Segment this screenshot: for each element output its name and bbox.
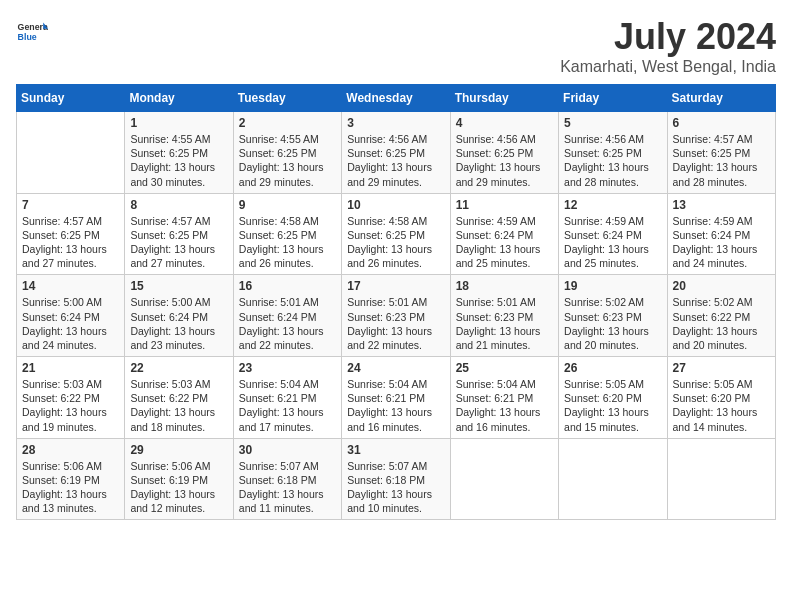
calendar-cell: 17Sunrise: 5:01 AMSunset: 6:23 PMDayligh… xyxy=(342,275,450,357)
cell-info: Daylight: 13 hours xyxy=(347,405,444,419)
day-number: 30 xyxy=(239,443,336,457)
cell-info: Daylight: 13 hours xyxy=(347,324,444,338)
cell-info: Sunset: 6:24 PM xyxy=(22,310,119,324)
day-number: 13 xyxy=(673,198,770,212)
cell-info: Sunset: 6:25 PM xyxy=(673,146,770,160)
cell-info: Sunrise: 5:05 AM xyxy=(564,377,661,391)
cell-info: Sunset: 6:19 PM xyxy=(22,473,119,487)
cell-info: and 25 minutes. xyxy=(456,256,553,270)
calendar-cell: 16Sunrise: 5:01 AMSunset: 6:24 PMDayligh… xyxy=(233,275,341,357)
cell-info: Sunrise: 4:55 AM xyxy=(239,132,336,146)
cell-info: Sunrise: 4:57 AM xyxy=(130,214,227,228)
day-number: 25 xyxy=(456,361,553,375)
calendar-cell: 28Sunrise: 5:06 AMSunset: 6:19 PMDayligh… xyxy=(17,438,125,520)
day-number: 31 xyxy=(347,443,444,457)
day-number: 1 xyxy=(130,116,227,130)
calendar-cell: 24Sunrise: 5:04 AMSunset: 6:21 PMDayligh… xyxy=(342,357,450,439)
cell-info: and 26 minutes. xyxy=(239,256,336,270)
calendar-cell: 25Sunrise: 5:04 AMSunset: 6:21 PMDayligh… xyxy=(450,357,558,439)
cell-info: Sunset: 6:25 PM xyxy=(239,146,336,160)
calendar-cell: 11Sunrise: 4:59 AMSunset: 6:24 PMDayligh… xyxy=(450,193,558,275)
cell-info: Sunset: 6:22 PM xyxy=(673,310,770,324)
cell-info: Sunset: 6:25 PM xyxy=(456,146,553,160)
cell-info: Sunset: 6:18 PM xyxy=(347,473,444,487)
calendar-cell: 5Sunrise: 4:56 AMSunset: 6:25 PMDaylight… xyxy=(559,112,667,194)
cell-info: Daylight: 13 hours xyxy=(673,160,770,174)
cell-info: and 24 minutes. xyxy=(673,256,770,270)
cell-info: Sunset: 6:23 PM xyxy=(456,310,553,324)
cell-info: Sunrise: 5:06 AM xyxy=(130,459,227,473)
cell-info: and 23 minutes. xyxy=(130,338,227,352)
cell-info: Sunset: 6:23 PM xyxy=(564,310,661,324)
calendar-cell: 30Sunrise: 5:07 AMSunset: 6:18 PMDayligh… xyxy=(233,438,341,520)
svg-text:Blue: Blue xyxy=(18,32,37,42)
cell-info: Daylight: 13 hours xyxy=(22,487,119,501)
cell-info: and 30 minutes. xyxy=(130,175,227,189)
cell-info: Sunset: 6:19 PM xyxy=(130,473,227,487)
cell-info: Daylight: 13 hours xyxy=(22,405,119,419)
logo: General Blue xyxy=(16,16,48,48)
calendar-cell: 15Sunrise: 5:00 AMSunset: 6:24 PMDayligh… xyxy=(125,275,233,357)
cell-info: Sunrise: 5:01 AM xyxy=(347,295,444,309)
cell-info: Daylight: 13 hours xyxy=(130,160,227,174)
calendar-cell: 20Sunrise: 5:02 AMSunset: 6:22 PMDayligh… xyxy=(667,275,775,357)
calendar-cell: 12Sunrise: 4:59 AMSunset: 6:24 PMDayligh… xyxy=(559,193,667,275)
location-title: Kamarhati, West Bengal, India xyxy=(560,58,776,76)
cell-info: Sunrise: 5:03 AM xyxy=(22,377,119,391)
cell-info: Daylight: 13 hours xyxy=(347,487,444,501)
cell-info: Daylight: 13 hours xyxy=(564,405,661,419)
cell-info: Daylight: 13 hours xyxy=(673,324,770,338)
cell-info: Daylight: 13 hours xyxy=(130,405,227,419)
cell-info: Daylight: 13 hours xyxy=(239,324,336,338)
cell-info: Sunrise: 4:56 AM xyxy=(564,132,661,146)
calendar-cell: 13Sunrise: 4:59 AMSunset: 6:24 PMDayligh… xyxy=(667,193,775,275)
cell-info: Sunset: 6:21 PM xyxy=(456,391,553,405)
cell-info: Sunset: 6:25 PM xyxy=(564,146,661,160)
cell-info: and 21 minutes. xyxy=(456,338,553,352)
day-number: 21 xyxy=(22,361,119,375)
cell-info: Sunset: 6:18 PM xyxy=(239,473,336,487)
day-number: 2 xyxy=(239,116,336,130)
day-number: 14 xyxy=(22,279,119,293)
day-number: 3 xyxy=(347,116,444,130)
cell-info: and 22 minutes. xyxy=(239,338,336,352)
cell-info: Daylight: 13 hours xyxy=(130,487,227,501)
calendar-cell: 2Sunrise: 4:55 AMSunset: 6:25 PMDaylight… xyxy=(233,112,341,194)
cell-info: Daylight: 13 hours xyxy=(456,242,553,256)
day-header-monday: Monday xyxy=(125,85,233,112)
cell-info: and 15 minutes. xyxy=(564,420,661,434)
calendar-cell: 23Sunrise: 5:04 AMSunset: 6:21 PMDayligh… xyxy=(233,357,341,439)
title-area: July 2024 Kamarhati, West Bengal, India xyxy=(560,16,776,76)
cell-info: Sunset: 6:20 PM xyxy=(673,391,770,405)
cell-info: Sunrise: 5:06 AM xyxy=(22,459,119,473)
cell-info: and 18 minutes. xyxy=(130,420,227,434)
cell-info: Daylight: 13 hours xyxy=(456,324,553,338)
cell-info: Sunrise: 5:04 AM xyxy=(347,377,444,391)
day-number: 4 xyxy=(456,116,553,130)
cell-info: and 16 minutes. xyxy=(456,420,553,434)
cell-info: and 22 minutes. xyxy=(347,338,444,352)
day-number: 7 xyxy=(22,198,119,212)
day-number: 29 xyxy=(130,443,227,457)
calendar-cell: 31Sunrise: 5:07 AMSunset: 6:18 PMDayligh… xyxy=(342,438,450,520)
cell-info: and 25 minutes. xyxy=(564,256,661,270)
cell-info: Sunset: 6:25 PM xyxy=(130,228,227,242)
calendar-cell: 21Sunrise: 5:03 AMSunset: 6:22 PMDayligh… xyxy=(17,357,125,439)
day-number: 12 xyxy=(564,198,661,212)
cell-info: Sunset: 6:24 PM xyxy=(564,228,661,242)
cell-info: and 17 minutes. xyxy=(239,420,336,434)
cell-info: Daylight: 13 hours xyxy=(456,405,553,419)
cell-info: Daylight: 13 hours xyxy=(456,160,553,174)
cell-info: and 16 minutes. xyxy=(347,420,444,434)
calendar-cell xyxy=(17,112,125,194)
cell-info: Sunset: 6:24 PM xyxy=(239,310,336,324)
day-number: 17 xyxy=(347,279,444,293)
cell-info: Daylight: 13 hours xyxy=(239,242,336,256)
cell-info: Sunrise: 5:02 AM xyxy=(564,295,661,309)
cell-info: Daylight: 13 hours xyxy=(347,242,444,256)
day-header-thursday: Thursday xyxy=(450,85,558,112)
month-title: July 2024 xyxy=(560,16,776,58)
cell-info: Sunset: 6:24 PM xyxy=(456,228,553,242)
cell-info: Sunset: 6:21 PM xyxy=(347,391,444,405)
cell-info: Sunset: 6:25 PM xyxy=(130,146,227,160)
